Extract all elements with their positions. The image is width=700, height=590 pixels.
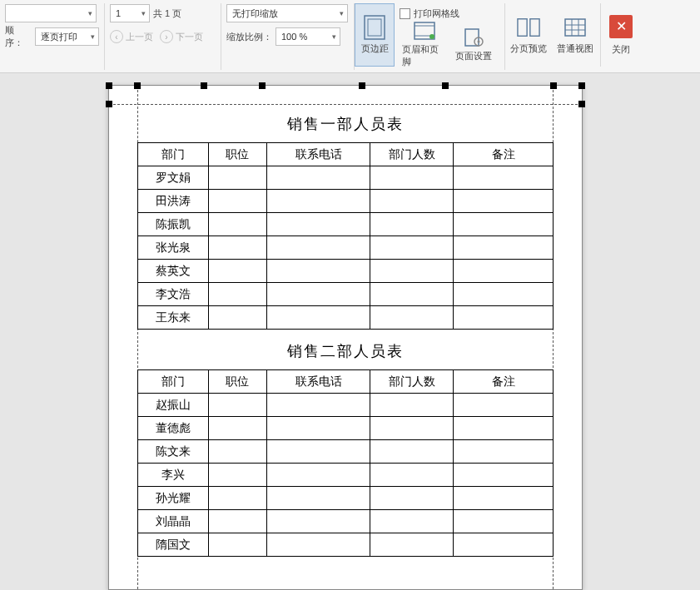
- page-break-icon: [517, 16, 540, 39]
- table-row: 王东来: [138, 306, 554, 330]
- header-footer-icon: [413, 22, 436, 40]
- prev-page-button[interactable]: ‹上一页: [110, 30, 153, 43]
- page-preview: 销售一部人员表 部门 职位 联系电话 部门人数 备注 罗文娟田洪涛陈振凯张光泉蔡…: [108, 85, 583, 590]
- order-label: 顺序：: [5, 24, 32, 49]
- next-page-button[interactable]: ›下一页: [160, 30, 203, 43]
- svg-rect-9: [518, 18, 527, 36]
- close-label: 关闭: [612, 43, 630, 56]
- table-row: 李兴: [138, 464, 554, 487]
- zoom-label: 缩放比例：: [226, 31, 272, 43]
- table-row: 赵振山: [138, 394, 554, 417]
- table-row: 陈文来: [138, 440, 554, 464]
- close-icon: ✕: [616, 18, 627, 34]
- table2-header-row: 部门 职位 联系电话 部门人数 备注: [138, 370, 554, 394]
- grid-icon: [563, 16, 587, 39]
- page-total: 共 1 页: [153, 7, 181, 20]
- close-button[interactable]: ✕: [609, 15, 633, 38]
- svg-rect-10: [530, 18, 539, 36]
- margins-icon: [363, 16, 386, 39]
- page-setup-icon: [462, 27, 485, 47]
- page-setup-button[interactable]: 页面设置: [451, 23, 496, 67]
- print-order-dropdown[interactable]: 逐页打印▾: [35, 27, 99, 46]
- table-row: 孙光耀: [138, 487, 554, 510]
- page-break-preview-button[interactable]: 分页预览: [505, 3, 552, 67]
- normal-view-button[interactable]: 普通视图: [552, 3, 598, 67]
- table-row: 张光泉: [138, 236, 554, 260]
- table-row: 陈振凯: [138, 213, 554, 236]
- table-row: 田洪涛: [138, 190, 554, 213]
- svg-point-5: [429, 34, 434, 39]
- page-number-input[interactable]: 1▾: [110, 4, 150, 22]
- header-footer-button[interactable]: 页眉和页脚: [400, 23, 449, 67]
- toolbar: ▾ 顺序： 逐页打印▾ 1▾ 共 1 页 ‹上一页 ›下一页: [0, 0, 700, 73]
- table1: 部门 职位 联系电话 部门人数 备注 罗文娟田洪涛陈振凯张光泉蔡英文李文浩王东来: [137, 142, 554, 330]
- table1-header-row: 部门 职位 联系电话 部门人数 备注: [138, 143, 554, 166]
- table1-title: 销售一部人员表: [137, 114, 554, 134]
- table-row: 董德彪: [138, 417, 554, 440]
- table-row: 蔡英文: [138, 260, 554, 283]
- table2: 部门 职位 联系电话 部门人数 备注 赵振山董德彪陈文来李兴孙光耀刘晶晶隋国文: [137, 369, 554, 557]
- margins-button[interactable]: 页边距: [355, 3, 395, 67]
- table-row: 罗文娟: [138, 166, 554, 190]
- table-row: 隋国文: [138, 533, 554, 557]
- table2-title: 销售二部人员表: [137, 341, 554, 361]
- table-row: 李文浩: [138, 283, 554, 306]
- svg-rect-1: [368, 19, 381, 36]
- zoom-dropdown[interactable]: 100 %▾: [276, 27, 340, 46]
- preview-workspace: 销售一部人员表 部门 职位 联系电话 部门人数 备注 罗文娟田洪涛陈振凯张光泉蔡…: [0, 73, 700, 590]
- svg-rect-11: [565, 19, 585, 36]
- scale-mode-dropdown[interactable]: 无打印缩放▾: [226, 4, 348, 22]
- svg-point-8: [478, 40, 480, 42]
- print-gridlines-checkbox[interactable]: 打印网格线: [400, 3, 496, 23]
- table-row: 刘晶晶: [138, 510, 554, 533]
- unknown-dropdown-1[interactable]: ▾: [5, 4, 97, 22]
